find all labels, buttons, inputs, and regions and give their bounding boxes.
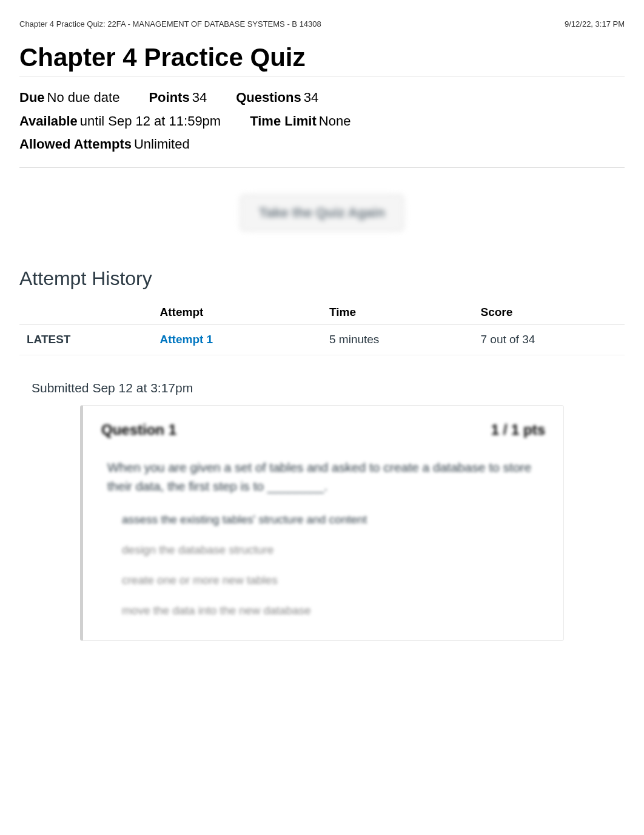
detail-available-label: Available [19,113,78,129]
detail-points-value: 34 [192,90,207,105]
option-3[interactable]: create one or more new tables [107,565,545,595]
detail-questions-label: Questions [236,90,301,105]
detail-time-limit: Time LimitNone [250,110,351,133]
main-content: Chapter 4 Practice Quiz DueNo due date P… [0,43,644,641]
detail-due-value: No due date [47,90,120,105]
question-points: 1 / 1 pts [491,421,545,438]
col-blank [19,301,153,324]
attempt-history-heading: Attempt History [19,267,625,290]
question-header: Question 1 1 / 1 pts [83,406,563,449]
detail-available: Availableuntil Sep 12 at 11:59pm [19,110,221,133]
take-again-wrap: Take the Quiz Again [19,195,625,231]
detail-allowed-attempts-label: Allowed Attempts [19,136,132,152]
option-2[interactable]: design the database structure [107,535,545,565]
detail-due: DueNo due date [19,86,119,110]
table-header-row: Attempt Time Score [19,301,625,324]
col-time: Time [322,301,474,324]
question-card: Question 1 1 / 1 pts When you are given … [80,405,564,641]
take-quiz-again-button[interactable]: Take the Quiz Again [240,195,404,231]
table-row: LATEST Attempt 1 5 minutes 7 out of 34 [19,324,625,355]
attempt-time: 5 minutes [322,324,474,355]
attempt-score: 7 out of 34 [473,324,625,355]
detail-available-value: until Sep 12 at 11:59pm [80,113,221,129]
detail-allowed-attempts: Allowed AttemptsUnlimited [19,133,190,156]
header-right: 9/12/22, 3:17 PM [565,19,625,29]
detail-due-label: Due [19,90,45,105]
detail-time-limit-value: None [319,113,351,129]
col-attempt: Attempt [153,301,322,324]
latest-badge: LATEST [19,324,153,355]
page-print-header: Chapter 4 Practice Quiz: 22FA - MANAGEME… [0,0,644,32]
question-prompt: When you are given a set of tables and a… [83,449,563,500]
question-options: assess the existing tables' structure an… [83,500,563,640]
detail-questions-value: 34 [304,90,318,105]
header-left: Chapter 4 Practice Quiz: 22FA - MANAGEME… [19,19,321,29]
detail-allowed-attempts-value: Unlimited [134,136,190,152]
detail-points-label: Points [149,90,189,105]
page-title: Chapter 4 Practice Quiz [19,43,625,72]
option-1[interactable]: assess the existing tables' structure an… [107,505,545,535]
question-title: Question 1 [101,421,176,438]
option-4[interactable]: move the data into the new database [107,595,545,626]
attempt-history-table: Attempt Time Score LATEST Attempt 1 5 mi… [19,301,625,355]
detail-points: Points34 [149,86,207,110]
col-score: Score [473,301,625,324]
detail-questions: Questions34 [236,86,318,110]
submitted-timestamp: Submitted Sep 12 at 3:17pm [32,381,625,395]
detail-time-limit-label: Time Limit [250,113,317,129]
attempt-link[interactable]: Attempt 1 [160,333,213,346]
quiz-details: DueNo due date Points34 Questions34 Avai… [19,76,625,168]
